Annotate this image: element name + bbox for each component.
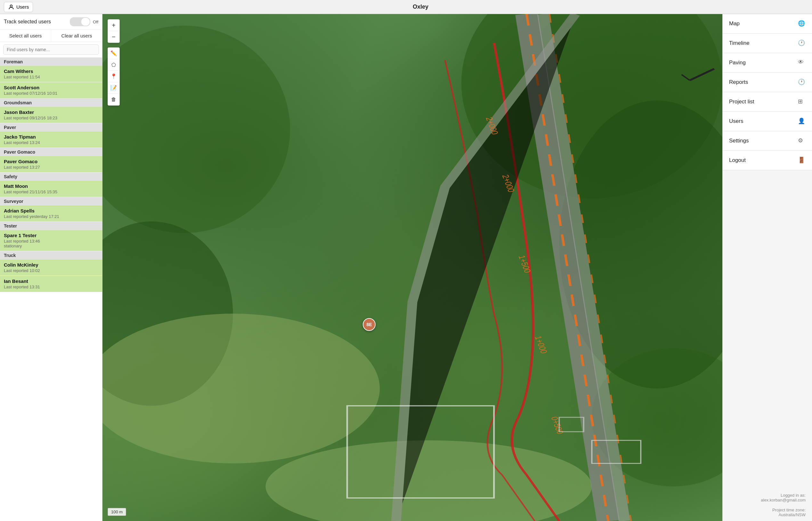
nav-item-paving[interactable]: Paving👁: [723, 53, 812, 73]
user-item[interactable]: Jacko TipmanLast reported 13:24: [0, 132, 102, 148]
nav-item-label: Settings: [729, 138, 749, 144]
map-title: Oxley: [33, 3, 808, 10]
nav-item-label: Timeline: [729, 40, 750, 46]
main-layout: Track selected users Off Select all user…: [0, 14, 812, 521]
user-name: Matt Moon: [4, 183, 98, 189]
user-item[interactable]: Scott AndersonLast reported 07/12/16 10:…: [0, 82, 102, 98]
zoom-out-button[interactable]: −: [108, 31, 119, 43]
map-background: 2+000 2+000 1+500 1+000 0+500 8E: [103, 14, 722, 521]
track-label: Track selected users: [4, 19, 51, 25]
svg-point-3: [559, 100, 722, 388]
svg-point-7: [103, 314, 380, 463]
tz-value: Australia/NSW: [778, 512, 806, 517]
tz-label: Project time zone:: [772, 507, 806, 512]
edit-icon[interactable]: 📝: [108, 82, 119, 94]
user-name: Jason Baxter: [4, 110, 98, 115]
pin-icon[interactable]: 📍: [108, 71, 119, 82]
user-reported: Last reported yesterday 17:21: [4, 214, 98, 219]
user-list: ForemanCam WithersLast reported 11:54Sco…: [0, 58, 102, 521]
svg-text:2+000: 2+000: [501, 174, 517, 192]
user-name: Scott Anderson: [4, 85, 98, 90]
user-name: Paver Gomaco: [4, 159, 98, 164]
user-name: Adrian Spells: [4, 208, 98, 213]
svg-text:2+000: 2+000: [484, 116, 500, 135]
search-input[interactable]: [3, 44, 99, 55]
user-reported: Last reported 11:54: [4, 74, 98, 80]
clock-icon: 🕐: [798, 39, 806, 47]
nav-item-label: Reports: [729, 79, 748, 86]
clear-all-button[interactable]: Clear all users: [51, 30, 102, 42]
user-name: Ian Besant: [4, 278, 98, 284]
svg-point-8: [265, 440, 592, 521]
user-icon: [8, 4, 15, 10]
logged-in-info: Logged in as: alex.korban@gmail.com: [723, 488, 812, 507]
project-tz: Project time zone: Australia/NSW: [723, 507, 812, 521]
nav-item-map[interactable]: Map🌐: [723, 14, 812, 33]
nav-item-label: Paving: [729, 60, 746, 66]
svg-point-2: [461, 14, 722, 198]
svg-rect-16: [347, 406, 494, 498]
group-label: Paver: [0, 123, 102, 132]
user-reported: Last reported 13:24: [4, 140, 98, 145]
map-controls: + −: [108, 19, 120, 43]
toggle-container[interactable]: Off: [70, 17, 98, 26]
user-item[interactable]: Matt MoonLast reported 21/11/16 15:35: [0, 181, 102, 197]
user-item[interactable]: Cam WithersLast reported 11:54: [0, 66, 102, 82]
toggle-text: Off: [93, 20, 98, 24]
draw-controls: ✏️ ⬠ 📍 📝 🗑: [108, 47, 120, 106]
toggle-switch[interactable]: [70, 17, 90, 26]
sidebar: Track selected users Off Select all user…: [0, 14, 103, 521]
logged-in-label: Logged in as:: [781, 493, 806, 498]
user-item[interactable]: Adrian SpellsLast reported yesterday 17:…: [0, 205, 102, 222]
nav-item-users[interactable]: Users👤: [723, 112, 812, 131]
nav-item-label: Users: [729, 118, 743, 124]
nav-item-label: Logout: [729, 157, 746, 163]
map-marker: 8E: [363, 318, 376, 331]
nav-item-settings[interactable]: Settings⚙: [723, 131, 812, 151]
svg-rect-1: [103, 14, 722, 521]
polygon-icon[interactable]: ⬠: [108, 59, 119, 71]
svg-text:0+500: 0+500: [549, 416, 565, 435]
group-label: Foreman: [0, 58, 102, 66]
nav-item-logout[interactable]: Logout🚪: [723, 151, 812, 170]
top-bar: Users Oxley: [0, 0, 812, 14]
user-item[interactable]: Colin McKinleyLast reported 10:02: [0, 259, 102, 276]
users-tab-label: Users: [16, 4, 29, 9]
clock-circle-icon: 🕐: [798, 78, 806, 86]
group-label: Safety: [0, 173, 102, 181]
action-row: Select all users Clear all users: [0, 30, 102, 42]
nav-item-timeline[interactable]: Timeline🕐: [723, 33, 812, 53]
svg-rect-15: [559, 417, 584, 432]
search-row: [0, 42, 102, 58]
road-overlay: 2+000 2+000 1+500 1+000 0+500: [103, 14, 722, 521]
user-reported: Last reported 21/11/16 15:35: [4, 189, 98, 194]
user-item[interactable]: Jason BaxterLast reported 09/12/16 18:23: [0, 107, 102, 123]
user-stationary: stationary: [4, 244, 98, 248]
group-label: Groundsman: [0, 98, 102, 107]
track-row: Track selected users Off: [0, 14, 102, 30]
user-item[interactable]: Paver GomacoLast reported 13:27: [0, 156, 102, 173]
svg-line-18: [682, 74, 690, 80]
group-label: Paver Gomaco: [0, 148, 102, 156]
delete-icon[interactable]: 🗑: [108, 94, 119, 105]
user-name: Spare 1 Tester: [4, 233, 98, 238]
nav-item-project-list[interactable]: Project list⊞: [723, 92, 812, 112]
svg-point-6: [592, 348, 722, 486]
right-panel: Map🌐Timeline🕐Paving👁Reports🕐Project list…: [722, 14, 812, 521]
user-reported: Last reported 13:27: [4, 165, 98, 169]
user-item[interactable]: Ian BesantLast reported 13:31: [0, 276, 102, 292]
user-name: Colin McKinley: [4, 262, 98, 268]
svg-point-5: [103, 222, 233, 406]
users-tab[interactable]: Users: [4, 2, 33, 12]
user-reported: Last reported 13:31: [4, 285, 98, 289]
user-item[interactable]: Spare 1 TesterLast reported 13:46station…: [0, 230, 102, 251]
map-scale: 100 m: [108, 508, 126, 516]
nav-item-label: Map: [729, 21, 740, 27]
pencil-icon[interactable]: ✏️: [108, 48, 119, 59]
select-all-button[interactable]: Select all users: [0, 30, 51, 42]
group-label: Tester: [0, 222, 102, 230]
svg-text:1+500: 1+500: [517, 254, 533, 273]
zoom-in-button[interactable]: +: [108, 20, 119, 31]
nav-item-reports[interactable]: Reports🕐: [723, 73, 812, 92]
map-area[interactable]: 2+000 2+000 1+500 1+000 0+500 8E: [103, 14, 722, 521]
